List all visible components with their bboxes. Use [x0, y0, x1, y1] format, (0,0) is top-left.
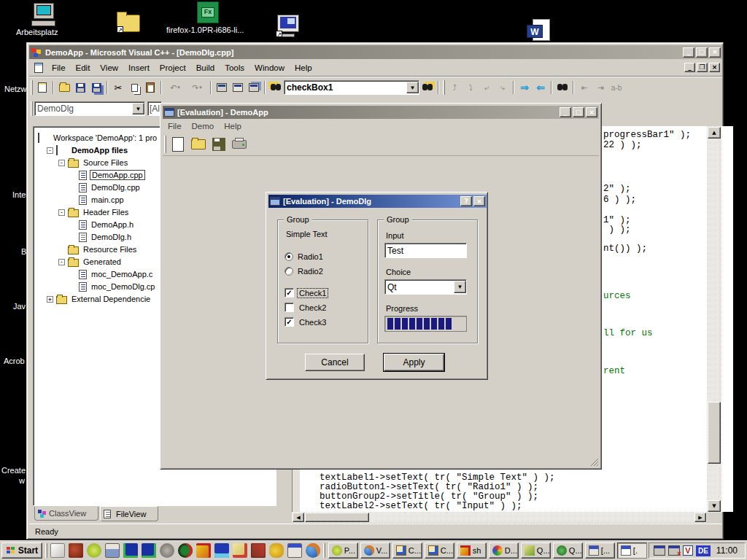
quicklaunch-fish-icon[interactable] [269, 543, 284, 558]
mdi-close-button[interactable]: × [709, 63, 720, 72]
editor-vscrollbar[interactable]: ▲ ▼ [707, 126, 721, 513]
quicklaunch-terminal-icon[interactable] [214, 543, 229, 558]
member-next-icon[interactable]: ⤵ [462, 80, 479, 95]
find-icon[interactable] [554, 80, 570, 95]
cancel-button[interactable]: Cancel [305, 354, 365, 371]
quicklaunch-map-icon[interactable] [233, 543, 247, 558]
new-file-icon[interactable] [34, 80, 50, 95]
redo-icon[interactable]: ↷▾ [186, 80, 208, 95]
taskbar-window-button[interactable]: C... [425, 542, 454, 559]
taskbar-window-button-active[interactable]: [. [617, 542, 647, 559]
tree-item[interactable]: moc_DemoApp.c [90, 270, 154, 279]
input-field[interactable]: Test [384, 243, 467, 258]
desktop-icon-label[interactable]: Acrob [4, 357, 25, 365]
start-button[interactable]: Start [1, 542, 42, 559]
scroll-up-icon[interactable]: ▲ [708, 127, 721, 139]
browse-prev-icon[interactable]: ⇐ [533, 80, 549, 95]
tree-item-external-deps[interactable]: External Dependencie [70, 295, 152, 303]
desktop-icon-label[interactable]: Create [1, 466, 26, 475]
cut-icon[interactable]: ✂ [110, 80, 126, 95]
radio-off-icon[interactable] [285, 267, 293, 276]
hscroll-thumb[interactable] [305, 513, 369, 522]
quicklaunch-media-icon[interactable] [196, 543, 211, 558]
quicklaunch-firefox-icon[interactable] [306, 543, 320, 558]
find-in-files-icon[interactable] [419, 80, 436, 95]
scroll-down-icon[interactable]: ▼ [708, 500, 721, 512]
indent-increase-icon[interactable]: ⇥ [592, 80, 608, 95]
mdi-restore-button[interactable]: ❐ [697, 63, 708, 72]
maximize-button[interactable]: □ [696, 47, 708, 58]
find-target-combobox[interactable]: checkBox1 ▼ [284, 80, 419, 95]
check2-label[interactable]: Check2 [298, 303, 328, 312]
menu-insert[interactable]: Insert [123, 62, 155, 74]
quicklaunch-close-icon[interactable] [251, 543, 266, 558]
desktop-icon-label[interactable]: Arbeitsplatz [16, 28, 58, 36]
desktop-icon-label[interactable]: firefox-1.0PR-i686-li... [166, 26, 244, 34]
menu-help[interactable]: Help [219, 120, 247, 132]
new-file-icon[interactable] [168, 135, 188, 154]
radio2-control[interactable]: Radio2 [285, 267, 323, 276]
quicklaunch-display-icon[interactable] [105, 543, 120, 558]
taskbar-window-button[interactable]: Q... [521, 542, 551, 559]
print-icon[interactable] [229, 135, 249, 154]
tree-item-project[interactable]: DemoApp files [70, 146, 129, 155]
help-button[interactable]: ? [460, 196, 472, 206]
my-computer-icon[interactable] [31, 3, 57, 28]
menu-window[interactable]: Window [249, 62, 290, 74]
member-prev-icon[interactable]: ⤴ [446, 80, 462, 95]
tab-fileview[interactable]: FileView [100, 506, 158, 521]
resize-grip[interactable] [589, 456, 599, 467]
copy-icon[interactable] [126, 80, 142, 95]
output-pane-icon[interactable] [230, 80, 246, 95]
tree-expander[interactable]: + [47, 296, 53, 303]
scroll-right-icon[interactable]: ▶ [694, 513, 706, 522]
tree-item-source-files[interactable]: Source Files [82, 158, 129, 167]
mdi-document-icon[interactable] [31, 61, 47, 75]
menu-demo[interactable]: Demo [187, 120, 220, 132]
menu-file[interactable]: File [47, 62, 71, 74]
checkbox-unchecked-icon[interactable] [285, 303, 294, 312]
close-button[interactable]: × [473, 196, 485, 206]
checkbox-checked-icon[interactable]: ✓ [285, 317, 294, 327]
member-up-icon[interactable]: ⤶ [479, 80, 495, 95]
combo-dropdown-icon[interactable]: ▼ [132, 103, 144, 114]
undo-icon[interactable]: ↶▾ [164, 80, 186, 95]
main-title-bar[interactable]: DemoApp - Microsoft Visual C++ - [DemoDl… [29, 45, 722, 59]
check3-control[interactable]: ✓ Check3 [285, 317, 328, 327]
tree-expander[interactable]: - [58, 209, 65, 216]
tree-item[interactable]: DemoApp.h [90, 220, 135, 229]
menu-edit[interactable]: Edit [71, 62, 96, 74]
desktop-icon-label[interactable]: Jav [13, 302, 26, 311]
quicklaunch-kde-icon[interactable] [142, 543, 156, 558]
tree-expander[interactable]: - [58, 259, 65, 265]
quicklaunch-clock-icon[interactable] [87, 543, 101, 558]
taskbar-window-button[interactable]: Q... [553, 542, 583, 559]
tree-item[interactable]: main.cpp [90, 195, 125, 204]
tree-item[interactable]: moc_DemoDlg.cp [90, 282, 156, 291]
close-button[interactable]: × [709, 47, 721, 58]
quicklaunch-opera-icon[interactable] [160, 543, 174, 558]
menu-tools[interactable]: Tools [220, 62, 249, 74]
choice-combobox[interactable]: Qt ▼ [384, 279, 467, 295]
taskbar-window-button[interactable]: D... [489, 542, 519, 559]
tab-classview[interactable]: ClassView [34, 507, 98, 521]
save-all-icon[interactable] [88, 80, 104, 95]
check1-control[interactable]: ✓ Check1 [285, 288, 328, 298]
combo-dropdown-icon[interactable]: ▼ [406, 82, 419, 93]
folder-shortcut-icon[interactable]: ↗ [115, 12, 142, 35]
taskbar-window-button[interactable]: sh [457, 542, 487, 559]
close-button[interactable]: × [586, 107, 597, 117]
network-error-icon[interactable]: × [668, 545, 680, 556]
browse-next-icon[interactable]: ⇒ [516, 80, 533, 95]
save-icon[interactable] [209, 135, 229, 154]
combo-dropdown-icon[interactable]: ▼ [454, 281, 466, 293]
quicklaunch-kde-icon[interactable] [123, 543, 138, 558]
radio2-label[interactable]: Radio2 [298, 267, 323, 276]
vscroll-thumb[interactable] [708, 402, 721, 464]
language-indicator[interactable]: DE [696, 545, 711, 556]
minimize-button[interactable]: _ [683, 47, 694, 58]
radio1-label[interactable]: Radio1 [298, 252, 323, 261]
open-file-icon[interactable] [56, 80, 72, 95]
minimize-button[interactable]: _ [560, 107, 571, 117]
menu-build[interactable]: Build [191, 62, 220, 74]
